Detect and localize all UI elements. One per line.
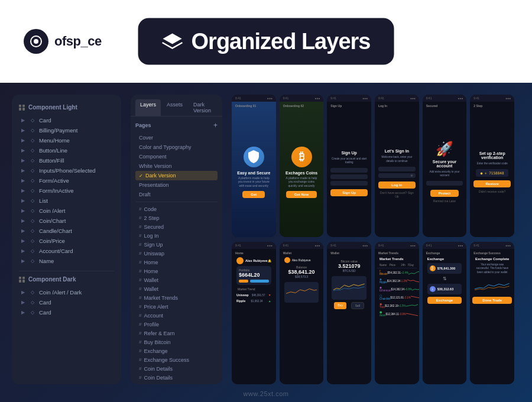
crypto-uniswap: Uniswap $46,391.57 ▼ [234, 292, 274, 298]
list-item[interactable]: ▶ ◇ Coin/Chart [19, 216, 114, 226]
signup-content: Sign Up Create your account and start tr… [330, 151, 368, 197]
list-item[interactable]: ▶ ◇ Menu/Home [19, 135, 114, 145]
diamond-icon: ◇ [30, 148, 35, 153]
signup-button[interactable]: Sign Up [330, 189, 368, 196]
email-field[interactable] [330, 174, 368, 179]
phone-body: Onboarding 02 ₿ Exchages Coins A platfor… [280, 102, 324, 237]
hash-icon: # [139, 313, 141, 318]
list-item[interactable]: ▶ ◇ Card [19, 297, 114, 307]
login-password-field[interactable]: 👁 [378, 173, 416, 178]
layer-wallet2[interactable]: # Wallet [135, 284, 218, 293]
hash-icon: # [139, 339, 141, 345]
done-button[interactable]: Done Trade [472, 297, 512, 304]
list-item[interactable]: ▶ ◇ Card [19, 115, 114, 125]
protect-button[interactable]: Protect [430, 190, 459, 197]
layer-code[interactable]: # Code [135, 205, 218, 213]
market-tron: ◉ Tron $12,362.19 +1.5% [377, 302, 417, 310]
tab-dark-version[interactable]: Dark Version [189, 99, 218, 116]
layer-login[interactable]: # Log In [135, 231, 218, 240]
hash-icon: # [139, 375, 141, 380]
login-button[interactable]: Log In [378, 181, 416, 189]
layer-exchange-success[interactable]: # Exchange Success [135, 355, 218, 364]
list-item[interactable]: ▶ ◇ Form/Active [19, 176, 114, 186]
pages-header: Pages + [135, 121, 218, 129]
list-item[interactable]: ▶ ◇ Card [19, 307, 114, 317]
exchange-button[interactable]: Exchange [427, 297, 462, 304]
layer-home2[interactable]: # Home [135, 267, 218, 275]
list-item[interactable]: ▶ ◇ Button/Fill [19, 155, 114, 166]
layer-profile[interactable]: # Profile [135, 320, 218, 329]
signup-link[interactable]: Don't have account? Sign Up [378, 191, 416, 198]
arrow-icon: ▶ [21, 128, 26, 133]
tab-layers[interactable]: Layers [135, 99, 161, 116]
layer-signup[interactable]: # Sign Up [135, 240, 218, 249]
crypto-ripple: Ripple $1,062.34 ▲ [234, 298, 274, 304]
list-item[interactable]: ▶ ◇ Inputs/Phone/Selected [19, 166, 114, 176]
list-item[interactable]: ▶ ◇ Coin /Alert [19, 206, 114, 216]
get-started-button[interactable]: Get [242, 191, 265, 198]
diamond-icon: ◇ [30, 198, 35, 203]
name-field[interactable] [330, 168, 368, 173]
component-list-light: ▶ ◇ Card ▶ ◇ Billing/Payment ▶ ◇ Menu/Ho… [19, 115, 114, 266]
layer-item-cover[interactable]: Cover [135, 133, 218, 142]
mockup-label: Exchange [426, 251, 440, 255]
layer-home1[interactable]: # Home [135, 258, 218, 267]
list-item[interactable]: ▶ ◇ Name [19, 256, 114, 266]
list-item[interactable]: ▶ ◇ Button/Line [19, 145, 114, 155]
mockups-row-2: 9:41 ●●● Home Alex Rubiyeve 🔔 [232, 242, 514, 384]
list-item[interactable]: ▶ ◇ Form/InActive [19, 186, 114, 196]
list-item[interactable]: ▶ ◇ List [19, 196, 114, 206]
onboard-sub: A platform made to help you invest in yo… [238, 176, 270, 188]
login-email-field[interactable] [378, 167, 416, 171]
skip-link[interactable]: Remind me Later [433, 199, 456, 203]
phone-header: 9:41 ●●● [280, 95, 324, 102]
hash-icon: # [139, 224, 141, 229]
layer-coin-details2[interactable]: # Coin Details [135, 373, 218, 382]
mockup-label: Onboarding 02 [283, 104, 304, 108]
list-item[interactable]: ▶ ◇ Coin /Alert / Dark [19, 287, 114, 297]
phone-body: Market Trends Market Trends Name Price 2… [375, 249, 419, 384]
tab-assets[interactable]: Assets [162, 99, 187, 116]
verify-button[interactable]: Restore [473, 180, 511, 187]
hash-icon: # [139, 295, 141, 300]
layer-2step[interactable]: # 2 Step [135, 213, 218, 222]
layer-refer[interactable]: # Refer & Earn [135, 329, 218, 338]
phone-body: 2 Step Set up 2-step verification Enter … [470, 102, 514, 237]
add-page-button[interactable]: + [213, 121, 218, 129]
hash-icon: # [139, 366, 141, 371]
layer-item-draft[interactable]: Draft [135, 190, 218, 199]
layer-coin-details1[interactable]: # Coin Details [135, 364, 218, 373]
list-item[interactable]: ▶ ◇ Billing/Payment [19, 125, 114, 135]
diamond-icon: ◇ [30, 168, 35, 173]
arrow-icon: ▶ [21, 198, 26, 203]
market-ripple: ◈ Ripple $14,362.34 -1.2% [377, 277, 417, 285]
get-button[interactable]: Get Now [286, 191, 317, 198]
phone-header: 9:41 ●●● [423, 95, 467, 102]
hash-icon: # [139, 322, 141, 327]
phone-field[interactable] [426, 181, 463, 186]
layer-secured[interactable]: # Secured [135, 222, 218, 231]
layer-item-white[interactable]: White Version [135, 161, 218, 171]
layer-account[interactable]: # Account [135, 311, 218, 320]
password-field[interactable] [330, 181, 368, 186]
hash-icon: # [139, 330, 141, 336]
arrow-icon: ▶ [21, 118, 26, 123]
layer-item-component[interactable]: Component [135, 152, 218, 161]
layer-buy-bitcoin[interactable]: # Buy Bitcoin [135, 338, 218, 346]
layer-price-alert[interactable]: # Price Alert [135, 302, 218, 311]
verification-code[interactable]: ● + 7158848 [476, 169, 508, 177]
list-item[interactable]: ▶ ◇ Candle/Chart [19, 226, 114, 236]
layer-item-color[interactable]: Color and Typography [135, 142, 218, 152]
mockup-label: Secured [426, 104, 438, 108]
layer-wallet1[interactable]: # Wallet [135, 275, 218, 284]
market-atom: ⬟ Atom $12,364.11 -0.9% [377, 310, 417, 318]
layer-item-presentation[interactable]: Presentation [135, 180, 218, 190]
list-item[interactable]: ▶ ◇ Coin/Price [19, 236, 114, 246]
layer-uniswap[interactable]: # Uniswap [135, 249, 218, 258]
layer-market[interactable]: # Market Trends [135, 293, 218, 302]
check-icon: ✓ [139, 173, 143, 179]
diamond-icon: ◇ [30, 138, 35, 143]
list-item[interactable]: ▶ ◇ Account/Card [19, 246, 114, 256]
layer-item-dark[interactable]: ✓ Dark Version [135, 171, 218, 180]
layer-exchange[interactable]: # Exchange [135, 346, 218, 355]
